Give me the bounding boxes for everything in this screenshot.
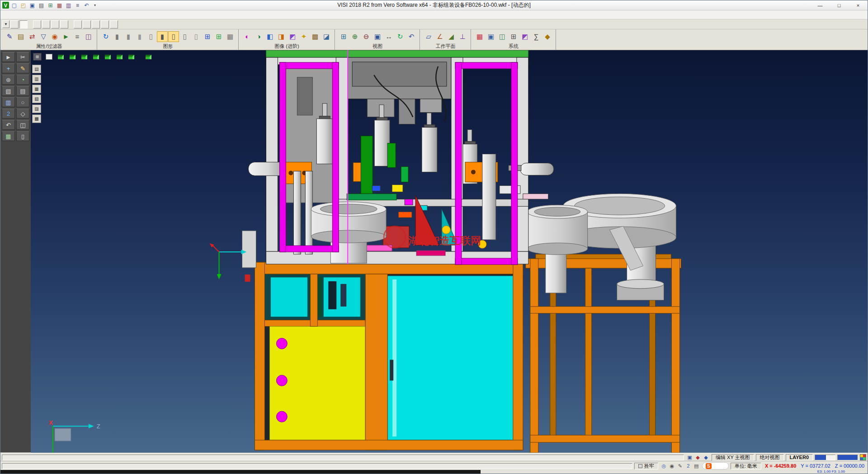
materials-icon[interactable]: ◩ (519, 31, 530, 42)
new-file-icon[interactable]: ▢ (10, 1, 19, 9)
ghost-view-icon[interactable]: ▯ (191, 31, 202, 42)
calculator-icon[interactable]: ∑ (531, 31, 542, 42)
workplane-standard-icon[interactable]: ▱ (423, 31, 434, 42)
print-icon[interactable]: ▤ (37, 1, 46, 9)
view-right-button[interactable] (79, 52, 90, 62)
quick-pick-2-icon[interactable]: ▥ (32, 75, 41, 83)
snap-point-icon[interactable]: + (2, 63, 15, 73)
background-icon[interactable]: ◪ (321, 31, 332, 42)
trim-scissors-icon[interactable]: ✂ (16, 52, 29, 62)
minimize-button[interactable]: — (811, 0, 830, 10)
match-properties-icon[interactable]: ▤ (15, 31, 26, 42)
quick-pick-4-icon[interactable]: ▧ (32, 95, 41, 103)
help-2-icon[interactable]: 2 (684, 462, 692, 469)
sheet-icon[interactable]: ▤ (16, 86, 29, 96)
view-iso-button[interactable] (126, 52, 137, 62)
machine-3d-model[interactable]: X Z 湖北智造互联网 (31, 50, 868, 453)
absolute-view-button[interactable]: 绝对视图 (756, 454, 784, 461)
view-shaded-button[interactable] (44, 52, 54, 62)
magnet-filter-icon[interactable]: ◉ (49, 31, 60, 42)
tab-machining[interactable] (101, 20, 109, 28)
ime-logo-icon[interactable]: S (706, 463, 712, 469)
save-icon[interactable]: ▣ (28, 1, 37, 9)
rotate-view-icon[interactable]: ↻ (395, 31, 406, 42)
world-icon[interactable]: ◎ (660, 462, 668, 469)
close-button[interactable]: × (849, 0, 868, 10)
tab-dimension[interactable] (60, 20, 68, 28)
view-left-button[interactable] (91, 52, 101, 62)
undo-arrow-icon[interactable]: ↶ (2, 120, 15, 130)
view-back-button[interactable] (103, 52, 113, 62)
quick-pick-6-icon[interactable]: ▩ (32, 114, 41, 123)
grid-mode-icon[interactable]: ◆ (702, 454, 710, 461)
swap-filter-icon[interactable]: ⇄ (27, 31, 38, 42)
settings-gear-icon[interactable]: ⊛ (2, 75, 15, 85)
view-front-button[interactable] (67, 52, 78, 62)
line-type-icon[interactable]: ▮ (123, 31, 134, 42)
layers-icon[interactable]: ≡ (73, 1, 82, 9)
previous-view-icon[interactable]: ↶ (406, 31, 417, 42)
tab-surface[interactable] (51, 20, 59, 28)
solid-box-icon[interactable]: ▧ (2, 86, 15, 96)
tab-wireframe[interactable] (33, 20, 41, 28)
probe-icon[interactable]: ◇ (16, 109, 29, 118)
redraw-icon[interactable]: ↻ (100, 31, 111, 42)
tab-standard[interactable] (19, 20, 28, 28)
snap-mode-icon[interactable]: ◆ (694, 454, 702, 461)
render-edges-icon[interactable]: ◨ (276, 31, 287, 42)
render-wireframe-icon[interactable]: ◑ (253, 31, 264, 42)
quick-pick-3-icon[interactable]: ▦ (32, 85, 41, 93)
tab-stamping[interactable] (92, 20, 100, 28)
wireframe-toggle-icon[interactable]: ▯ (168, 31, 179, 42)
pan-view-icon[interactable]: ↔ (383, 31, 394, 42)
workplane-angle-icon[interactable]: ∠ (434, 31, 445, 42)
screen-layout-icon[interactable]: ▣ (486, 31, 496, 42)
options-icon[interactable]: ⊞ (508, 31, 519, 42)
tab-edit[interactable] (10, 20, 19, 28)
viewport-3d[interactable]: X Z 湖北智造互联网 ≡ (31, 50, 868, 453)
zoom-window-icon[interactable]: ⊞ (338, 31, 349, 42)
view-settings-icon[interactable]: ⊞ (46, 1, 55, 9)
snapshot-icon[interactable]: ◫ (497, 31, 508, 42)
palette-icon[interactable]: ▦ (55, 1, 64, 9)
shaded-toggle-icon[interactable]: ▮ (157, 31, 168, 42)
clipboard-icon[interactable]: ▯ (16, 131, 29, 141)
clear-filter-icon[interactable]: ◫ (83, 31, 94, 42)
chart-icon[interactable]: ▥ (64, 1, 73, 9)
print-status-icon[interactable]: ▤ (693, 462, 700, 469)
render-hidden-icon[interactable]: ◧ (264, 31, 275, 42)
display-mode-icon[interactable]: ▣ (686, 454, 693, 461)
grid-snap-icon[interactable]: ⊞ (202, 31, 213, 42)
quick-access-dropdown[interactable]: ▾ (92, 1, 98, 9)
lighting-icon[interactable]: ✦ (298, 31, 309, 42)
maximize-button[interactable]: □ (830, 0, 849, 10)
undo-icon[interactable]: ↶ (82, 1, 91, 9)
color-palette-icon[interactable]: ▦ (474, 31, 485, 42)
section-view-icon[interactable]: ◩ (287, 31, 298, 42)
open-file-icon[interactable]: ◰ (19, 1, 28, 9)
copy-icon[interactable]: ◫ (16, 120, 29, 130)
view-dynamic-button[interactable] (143, 52, 154, 62)
measure-icon[interactable]: ◔ (16, 75, 29, 85)
view-menu-button[interactable]: ≡ (32, 52, 42, 62)
ime-toolbar[interactable]: S (702, 462, 729, 469)
tab-dropdown-button[interactable]: ▼ (2, 20, 9, 28)
tab-molding[interactable] (83, 20, 91, 28)
layer-indicator[interactable]: LAYER0 (786, 454, 813, 461)
hidden-line-icon[interactable]: ▯ (179, 31, 190, 42)
select-tool-icon[interactable]: ► (2, 52, 15, 62)
grid-display-icon[interactable]: ⊞ (213, 31, 224, 42)
tab-application[interactable] (74, 20, 82, 28)
edit-pencil-icon[interactable]: ✎ (676, 462, 684, 469)
quick-pick-5-icon[interactable]: ▨ (32, 104, 41, 113)
pattern-grid-icon[interactable]: ▦ (2, 131, 15, 141)
edit-properties-icon[interactable]: ✎ (4, 31, 15, 42)
render-shaded-icon[interactable]: ◐ (242, 31, 253, 42)
tab-flow[interactable] (110, 20, 118, 28)
tab-modeling[interactable] (42, 20, 50, 28)
assembly-stack-icon[interactable]: ▥ (2, 97, 15, 107)
point-style-icon[interactable]: ▯ (146, 31, 156, 42)
zoom-in-icon[interactable]: ⊕ (349, 31, 360, 42)
about-icon[interactable]: ◆ (542, 31, 553, 42)
cylinder-icon[interactable]: ○ (16, 97, 29, 107)
